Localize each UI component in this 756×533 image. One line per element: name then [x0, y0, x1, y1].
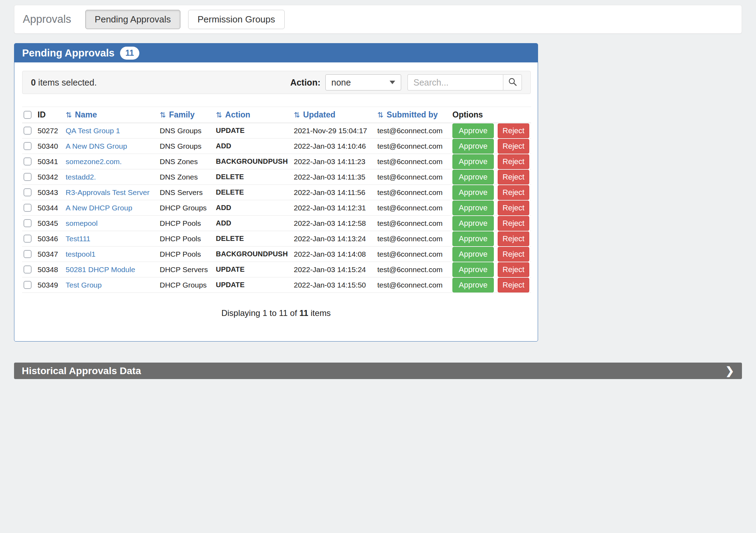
- reject-button[interactable]: Reject: [498, 139, 529, 154]
- pagination-summary: Displaying 1 to 11 of 11 items: [14, 308, 538, 318]
- row-id: 50342: [38, 169, 66, 185]
- historical-approvals-bar[interactable]: Historical Approvals Data ❯: [14, 363, 742, 379]
- column-header-name[interactable]: Name: [66, 107, 160, 123]
- row-submitted-by: test@6connect.com: [377, 216, 452, 231]
- row-checkbox[interactable]: [24, 188, 32, 196]
- approve-button[interactable]: Approve: [452, 247, 494, 262]
- row-checkbox[interactable]: [24, 219, 32, 227]
- row-action: ADD: [216, 139, 294, 154]
- search-button[interactable]: [503, 74, 522, 90]
- row-submitted-by: test@6connect.com: [377, 200, 452, 216]
- approvals-header-card: Approvals Pending Approvals Permission G…: [14, 5, 742, 34]
- column-header-updated[interactable]: Updated: [294, 107, 377, 123]
- selected-count: 0: [31, 77, 36, 87]
- approve-button[interactable]: Approve: [452, 216, 494, 231]
- row-updated: 2022-Jan-03 14:15:24: [294, 262, 377, 277]
- row-checkbox[interactable]: [24, 204, 32, 212]
- approve-button[interactable]: Approve: [452, 201, 494, 215]
- approve-button[interactable]: Approve: [452, 278, 494, 292]
- approve-button[interactable]: Approve: [452, 231, 494, 246]
- row-name-link[interactable]: Test Group: [66, 281, 102, 289]
- sort-icon: [160, 110, 169, 119]
- reject-button[interactable]: Reject: [498, 231, 529, 246]
- row-name-link[interactable]: A New DHCP Group: [66, 204, 132, 212]
- table-row: 50341 somezone2.com. DNS Zones BACKGROUN…: [22, 154, 531, 169]
- row-family: DNS Groups: [160, 139, 216, 154]
- count-badge: 11: [120, 47, 139, 60]
- row-name-link[interactable]: A New DNS Group: [66, 142, 127, 150]
- row-options-cell: Approve Reject: [452, 247, 531, 262]
- approve-button[interactable]: Approve: [452, 123, 494, 138]
- row-name-link[interactable]: Test111: [66, 235, 90, 243]
- approve-button[interactable]: Approve: [452, 154, 494, 169]
- row-checkbox[interactable]: [24, 142, 32, 150]
- reject-button[interactable]: Reject: [498, 278, 529, 292]
- row-name-link[interactable]: R3-Approvals Test Server: [66, 188, 150, 196]
- row-options-cell: Approve Reject: [452, 200, 531, 216]
- row-family: DHCP Pools: [160, 231, 216, 247]
- approve-button[interactable]: Approve: [452, 139, 494, 154]
- row-options-cell: Approve Reject: [452, 169, 531, 185]
- table-row: 50344 A New DHCP Group DHCP Groups ADD 2…: [22, 200, 531, 216]
- row-checkbox[interactable]: [24, 235, 32, 243]
- reject-button[interactable]: Reject: [498, 201, 529, 215]
- reject-button[interactable]: Reject: [498, 216, 529, 231]
- row-checkbox-cell: [22, 123, 38, 139]
- sort-icon: [66, 110, 75, 119]
- toolbar-right: Action: none: [290, 74, 522, 90]
- row-id: 50348: [38, 262, 66, 277]
- column-header-family[interactable]: Family: [160, 107, 216, 123]
- row-checkbox-cell: [22, 169, 38, 185]
- reject-button[interactable]: Reject: [498, 170, 529, 184]
- reject-button[interactable]: Reject: [498, 185, 529, 200]
- chevron-right-icon: ❯: [725, 366, 734, 376]
- reject-button[interactable]: Reject: [498, 247, 529, 262]
- row-checkbox[interactable]: [24, 173, 32, 181]
- approve-button[interactable]: Approve: [452, 170, 494, 184]
- action-select[interactable]: none: [325, 74, 401, 90]
- reject-button[interactable]: Reject: [498, 123, 529, 138]
- row-checkbox-cell: [22, 185, 38, 200]
- sort-icon: [377, 110, 387, 119]
- row-family: DNS Servers: [160, 185, 216, 200]
- row-name-cell: somepool: [66, 216, 160, 231]
- row-updated: 2022-Jan-03 14:11:56: [294, 185, 377, 200]
- search-input[interactable]: [407, 74, 503, 90]
- row-checkbox[interactable]: [24, 250, 32, 258]
- tab-permission-groups[interactable]: Permission Groups: [188, 10, 285, 29]
- reject-button[interactable]: Reject: [498, 262, 529, 277]
- column-header-action[interactable]: Action: [216, 107, 294, 123]
- table-row: 50345 somepool DHCP Pools ADD 2022-Jan-0…: [22, 216, 531, 231]
- table-row: 50343 R3-Approvals Test Server DNS Serve…: [22, 185, 531, 200]
- row-action: DELETE: [216, 169, 294, 185]
- pending-approvals-panel: Pending Approvals 11 0 items selected. A…: [14, 43, 538, 342]
- row-checkbox[interactable]: [24, 281, 32, 289]
- row-name-link[interactable]: QA Test Group 1: [66, 127, 120, 135]
- row-submitted-by: test@6connect.com: [377, 247, 452, 262]
- sort-icon: [216, 110, 225, 119]
- row-name-cell: A New DNS Group: [66, 139, 160, 154]
- row-submitted-by: test@6connect.com: [377, 169, 452, 185]
- select-all-checkbox[interactable]: [24, 111, 32, 119]
- row-checkbox[interactable]: [24, 265, 32, 274]
- column-header-submitted-by[interactable]: Submitted by: [377, 107, 452, 123]
- row-name-link[interactable]: testpool1: [66, 250, 95, 258]
- row-name-link[interactable]: 50281 DHCP Module: [66, 265, 135, 274]
- approve-button[interactable]: Approve: [452, 185, 494, 200]
- row-id: 50341: [38, 154, 66, 169]
- approve-button[interactable]: Approve: [452, 262, 494, 277]
- approvals-table-body: 50272 QA Test Group 1 DNS Groups UPDATE …: [22, 123, 531, 293]
- tab-pending-approvals[interactable]: Pending Approvals: [85, 10, 180, 29]
- row-name-link[interactable]: somezone2.com.: [66, 157, 122, 166]
- row-id: 50272: [38, 123, 66, 139]
- search-icon: [508, 77, 517, 88]
- row-name-link[interactable]: somepool: [66, 219, 98, 227]
- row-family: DHCP Groups: [160, 277, 216, 293]
- row-name-link[interactable]: testadd2.: [66, 173, 96, 181]
- row-id: 50346: [38, 231, 66, 247]
- row-checkbox[interactable]: [24, 157, 32, 166]
- row-checkbox[interactable]: [24, 127, 32, 135]
- row-submitted-by: test@6connect.com: [377, 262, 452, 277]
- table-row: 50342 testadd2. DNS Zones DELETE 2022-Ja…: [22, 169, 531, 185]
- reject-button[interactable]: Reject: [498, 154, 529, 169]
